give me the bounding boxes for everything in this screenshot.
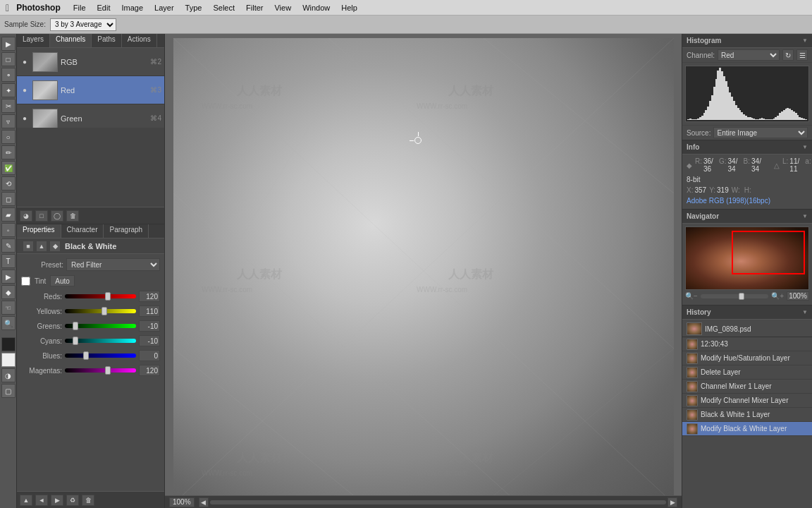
tool-type[interactable]: T xyxy=(1,254,16,268)
greens-value[interactable] xyxy=(139,320,160,332)
tool-lasso[interactable]: ⚬ xyxy=(1,68,16,82)
foreground-color[interactable] xyxy=(1,337,16,351)
menu-view[interactable]: View xyxy=(270,4,295,12)
save-selection-btn[interactable]: □ xyxy=(35,210,48,222)
tool-magic-wand[interactable]: ✦ xyxy=(1,83,16,97)
history-item-time[interactable]: 12:30:43 xyxy=(682,337,812,351)
tab-channels[interactable]: Channels xyxy=(50,34,92,47)
reds-thumb[interactable] xyxy=(105,292,111,301)
zoom-slider[interactable] xyxy=(701,294,768,298)
channel-rgb[interactable]: ● RGB ⌘2 xyxy=(17,48,164,76)
clip-btn[interactable]: ▲ xyxy=(20,495,32,506)
tool-gradient[interactable]: ▰ xyxy=(1,207,16,222)
cyans-thumb[interactable] xyxy=(73,337,78,345)
channel-red[interactable]: ● Red ⌘3 xyxy=(17,76,164,104)
histogram-header[interactable]: Histogram ▼ xyxy=(682,34,812,48)
history-item-1[interactable]: Delete Layer xyxy=(682,365,812,380)
menu-edit[interactable]: Edit xyxy=(93,4,115,12)
menu-layer[interactable]: Layer xyxy=(150,4,178,12)
tab-layers[interactable]: Layers xyxy=(17,34,50,47)
blues-thumb[interactable] xyxy=(83,351,89,360)
eye-rgb[interactable]: ● xyxy=(20,57,30,67)
history-item-4[interactable]: Black & White 1 Layer xyxy=(682,408,812,422)
next-state-btn[interactable]: ▶ xyxy=(51,495,63,506)
menu-image[interactable]: Image xyxy=(117,4,147,12)
history-item-2[interactable]: Channel Mixer 1 Layer xyxy=(682,380,812,394)
cyans-value[interactable] xyxy=(139,335,160,346)
new-channel-btn[interactable]: ◯ xyxy=(51,210,63,222)
yellows-slider-container[interactable] xyxy=(65,307,136,315)
reds-value[interactable] xyxy=(139,291,160,302)
history-header[interactable]: History ▼ xyxy=(682,306,812,320)
magentas-thumb[interactable] xyxy=(105,366,111,375)
tool-pen[interactable]: ✎ xyxy=(1,238,16,253)
eye-green[interactable]: ● xyxy=(20,114,30,123)
prev-state-btn[interactable]: ◄ xyxy=(35,495,48,506)
tab-properties[interactable]: Properties xyxy=(17,224,61,238)
eye-red[interactable]: ● xyxy=(20,85,30,95)
zoom-in-icon[interactable]: 🔍+ xyxy=(771,292,784,300)
props-icon-c[interactable]: ◆ xyxy=(49,241,61,252)
source-select[interactable]: Entire Image xyxy=(713,127,808,138)
tab-character[interactable]: Character xyxy=(61,224,104,238)
history-item-3[interactable]: Modify Channel Mixer Layer xyxy=(682,394,812,408)
histogram-menu-btn[interactable]: ☰ xyxy=(796,49,808,61)
tool-eraser[interactable]: ◻ xyxy=(1,192,16,206)
tool-hand[interactable]: ☜ xyxy=(1,301,16,315)
reds-slider-container[interactable] xyxy=(65,292,136,301)
tool-history[interactable]: ⟲ xyxy=(1,176,16,190)
magentas-slider-container[interactable] xyxy=(65,366,136,375)
tool-eyedropper[interactable]: ▿ xyxy=(1,114,16,128)
scroll-left-btn[interactable]: ◀ xyxy=(199,497,209,507)
canvas-area[interactable]: 人人素材 WWW.rr-sc.com 人人素材 WWW.rr-sc.com 人人… xyxy=(165,34,682,508)
histogram-refresh-btn[interactable]: ↻ xyxy=(782,49,794,61)
menu-type[interactable]: Type xyxy=(181,4,207,12)
delete-adj-btn[interactable]: 🗑 xyxy=(82,495,94,506)
menu-window[interactable]: Window xyxy=(298,4,334,12)
greens-thumb[interactable] xyxy=(73,322,78,330)
reset-btn[interactable]: ♻ xyxy=(66,495,79,506)
tool-crop[interactable]: ✂ xyxy=(1,99,16,113)
tab-actions[interactable]: Actions xyxy=(122,34,157,47)
histogram-channel-select[interactable]: Red xyxy=(718,49,780,61)
channel-green[interactable]: ● Green ⌘4 xyxy=(17,104,164,128)
tool-clone[interactable]: ✅ xyxy=(1,161,16,175)
yellows-value[interactable] xyxy=(139,306,160,317)
history-snapshot[interactable]: IMG_0898.psd xyxy=(682,321,812,337)
history-item-5[interactable]: Modify Black & White Layer xyxy=(682,422,812,436)
sample-size-select[interactable]: 3 by 3 Average xyxy=(50,18,116,31)
props-icon-a[interactable]: ■ xyxy=(23,241,34,252)
history-item-0[interactable]: Modify Hue/Saturation Layer xyxy=(682,351,812,365)
props-icon-b[interactable]: ▲ xyxy=(36,241,47,252)
yellows-thumb[interactable] xyxy=(102,307,107,315)
magentas-value[interactable] xyxy=(139,365,160,376)
menu-filter[interactable]: Filter xyxy=(242,4,267,12)
background-color[interactable] xyxy=(1,353,16,367)
zoom-out-icon[interactable]: 🔍− xyxy=(685,292,698,300)
cyans-slider-container[interactable] xyxy=(65,337,136,345)
tool-marquee[interactable]: □ xyxy=(1,52,16,66)
tool-dodge[interactable]: ◦ xyxy=(1,223,16,237)
auto-button[interactable]: Auto xyxy=(50,275,75,286)
blues-slider-container[interactable] xyxy=(65,351,136,360)
load-selection-btn[interactable]: ◕ xyxy=(20,210,32,222)
tool-shape[interactable]: ◆ xyxy=(1,285,16,299)
status-scroll-slider[interactable] xyxy=(210,500,666,504)
navigator-header[interactable]: Navigator ▼ xyxy=(682,210,812,224)
tool-brush[interactable]: ✏ xyxy=(1,145,16,159)
greens-slider-container[interactable] xyxy=(65,322,136,330)
tool-move[interactable]: ▶ xyxy=(1,37,16,51)
delete-channel-btn[interactable]: 🗑 xyxy=(66,210,79,222)
zoom-percentage[interactable] xyxy=(787,291,809,301)
tint-checkbox[interactable] xyxy=(21,277,30,286)
navigator-thumbnail[interactable] xyxy=(685,226,809,290)
tool-path-select[interactable]: ▶ xyxy=(1,270,16,284)
zoom-display[interactable]: 100% xyxy=(169,497,195,507)
info-header[interactable]: Info ▼ xyxy=(682,140,812,155)
tool-zoom[interactable]: 🔍 xyxy=(1,316,16,330)
scroll-right-btn[interactable]: ▶ xyxy=(668,497,677,507)
screen-mode[interactable]: ▢ xyxy=(1,384,16,398)
blues-value[interactable] xyxy=(139,350,160,361)
quick-mask[interactable]: ◑ xyxy=(1,368,16,382)
preset-select[interactable]: Red Filter xyxy=(66,258,160,271)
